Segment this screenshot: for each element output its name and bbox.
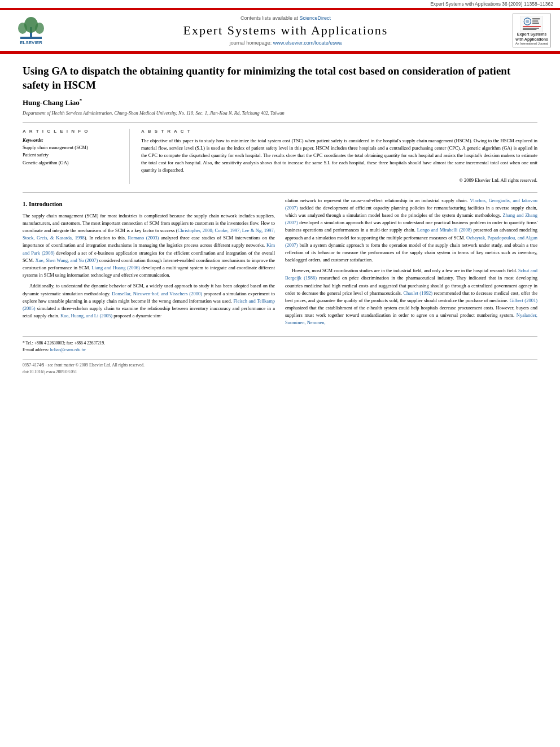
body-col-right: ulation network to represent the cause-a… <box>285 197 537 330</box>
col1-p1: The supply chain management (SCM) for mo… <box>23 212 275 279</box>
ref-chaulet[interactable]: Chaulet (1992) <box>403 290 432 296</box>
article-meta-row: A R T I C L E I N F O Keywords: Supply c… <box>23 129 537 184</box>
author-sup: * <box>80 98 82 103</box>
ref-vlachos[interactable]: Vlachos, Georgiadis, and Iakovou (2007) <box>285 198 537 211</box>
issn-line: 0957-4174/$ - see front matter © 2009 El… <box>23 362 537 369</box>
contents-available: Contents lists available at ScienceDirec… <box>240 15 331 21</box>
col1-p2: Additionally, to understand the dynamic … <box>23 282 275 320</box>
svg-point-9 <box>526 20 529 23</box>
author-name: Hung-Chang Liao* <box>23 98 537 107</box>
footnote-tel: * Tel.: +886 4 22630003; fax: +886 4 226… <box>23 340 537 347</box>
journal-logo-right-area: Expert Systems with Applications An Inte… <box>509 14 554 47</box>
ref-nyalander[interactable]: Nyalander, Suominen, Nenonen, <box>285 312 537 325</box>
footnote-email: E-mail address: hcliao@csmu.edu.tw <box>23 347 537 353</box>
ref-kim[interactable]: Kim and Park (2008) <box>23 242 275 255</box>
col2-p1: ulation network to represent the cause-a… <box>285 197 537 264</box>
keywords-list: Supply chain management (SCM) Patient sa… <box>23 144 120 167</box>
elsevier-logo-area: ELSEVIER <box>6 14 62 47</box>
ref-zhang[interactable]: Zhang and Zhang (2007) <box>285 212 537 225</box>
section1-heading: 1. Introduction <box>23 199 275 209</box>
svg-rect-14 <box>523 28 539 29</box>
ref-gilbert[interactable]: Gilbert (2001) <box>510 298 537 303</box>
ref-ozbayrak[interactable]: Ozbayrak, Papadopoulou, and Algun (2007) <box>285 235 537 248</box>
email-label: E-mail address: <box>23 347 49 352</box>
svg-point-3 <box>18 23 27 34</box>
citation-bar: Expert Systems with Applications 36 (200… <box>0 0 560 8</box>
body-columns: 1. Introduction The supply chain managem… <box>23 197 537 330</box>
journal-title: Expert Systems with Applications <box>183 23 388 38</box>
doi-line: doi:10.1016/j.eswa.2009.03.051 <box>23 369 537 376</box>
abstract-col: A B S T R A C T The objective of this pa… <box>141 129 537 184</box>
ref-fleisch[interactable]: Fleisch and Tellkamp (2005) <box>23 298 275 311</box>
elsevier-logo-svg: ELSEVIER <box>10 16 53 45</box>
abstract-title: A B S T R A C T <box>141 129 537 134</box>
journal-icon-svg <box>518 16 546 32</box>
keywords-label: Keywords: <box>23 137 120 143</box>
divider-1 <box>23 123 537 123</box>
affiliation: Department of Health Services Administra… <box>23 110 537 116</box>
ref-xue[interactable]: Xue, Shen Wang, and Yu (2007) <box>35 257 98 263</box>
homepage-label: journal homepage: <box>230 40 272 46</box>
body-col-left: 1. Introduction The supply chain managem… <box>23 197 275 330</box>
journal-title-area: Contents lists available at ScienceDirec… <box>62 14 509 47</box>
bottom-bar: 0957-4174/$ - see front matter © 2009 El… <box>23 359 537 377</box>
ref-schut[interactable]: Schut and Bergeijk (1986) <box>285 268 537 281</box>
email-link[interactable]: hcliao@csmu.edu.tw <box>50 347 86 352</box>
svg-rect-13 <box>523 26 541 27</box>
ref-longo[interactable]: Longo and Mirabelli (2008) <box>417 227 472 233</box>
svg-rect-12 <box>532 23 539 24</box>
article-content: Using GA to dispatch the obtaining quant… <box>0 54 560 387</box>
journal-logo-box: Expert Systems with Applications An Inte… <box>513 14 551 47</box>
svg-rect-11 <box>532 20 539 21</box>
citation-text: Expert Systems with Applications 36 (200… <box>430 1 553 7</box>
copyright: © 2009 Elsevier Ltd. All rights reserved… <box>141 177 537 184</box>
ref-kao[interactable]: Kao, Huang, and Li (2005) <box>60 313 112 318</box>
ref-donsellar[interactable]: Donsellar, Nieuwen-hof, and Visschers (2… <box>112 291 202 296</box>
keyword-2: Patient safety <box>23 151 120 159</box>
col2-p2: However, most SCM coordination studies a… <box>285 267 537 326</box>
article-info-title: A R T I C L E I N F O <box>23 129 120 134</box>
divider-2 <box>23 192 537 193</box>
logo-box-title: Expert Systems with Applications <box>515 32 549 42</box>
red-bottom-stripe <box>0 51 560 53</box>
article-info-col: A R T I C L E I N F O Keywords: Supply c… <box>23 129 130 184</box>
journal-homepage: journal homepage: www.elsevier.com/locat… <box>230 40 342 46</box>
homepage-url[interactable]: www.elsevier.com/locate/eswa <box>273 40 342 46</box>
svg-rect-10 <box>532 19 540 20</box>
abstract-body: The objective of this paper is to study … <box>141 138 537 173</box>
svg-text:ELSEVIER: ELSEVIER <box>20 40 42 45</box>
keyword-1: Supply chain management (SCM) <box>23 144 120 152</box>
logo-box-subtitle: An International Journal <box>515 42 548 45</box>
svg-point-4 <box>35 23 44 34</box>
svg-rect-5 <box>20 37 42 39</box>
article-title: Using GA to dispatch the obtaining quant… <box>23 64 537 92</box>
footnote-area: * Tel.: +886 4 22630003; fax: +886 4 226… <box>23 336 537 353</box>
author-name-text: Hung-Chang Liao <box>23 99 80 107</box>
keyword-3: Genetic algorithm (GA) <box>23 159 120 167</box>
ref-liang[interactable]: Liang and Huang (2006) <box>91 265 139 270</box>
abstract-text: The objective of this paper is to study … <box>141 137 537 184</box>
svg-rect-15 <box>523 29 537 30</box>
ref-romano[interactable]: Romano (2003) <box>128 235 159 241</box>
sciencedirect-link[interactable]: ScienceDirect <box>300 15 331 21</box>
